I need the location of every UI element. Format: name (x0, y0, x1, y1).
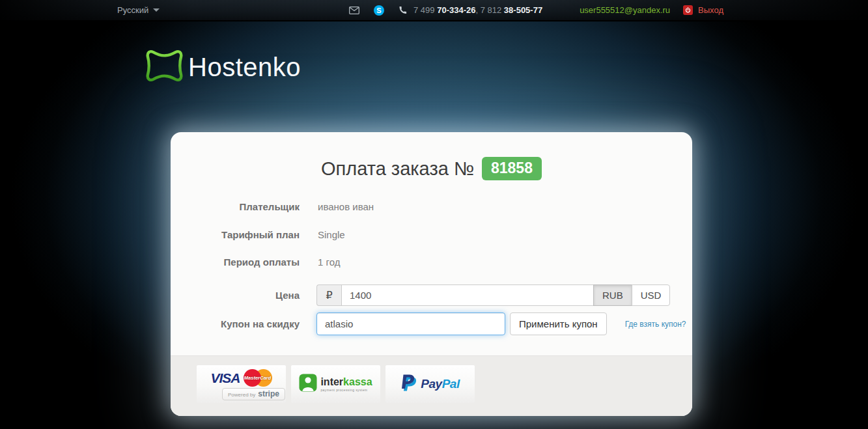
power-icon[interactable] (683, 5, 693, 15)
stripe-logo: stripe (258, 389, 279, 398)
hostenko-logo-text: Hostenko (188, 53, 301, 82)
apply-coupon-button[interactable]: Применить купон (510, 312, 607, 335)
order-title-row: Оплата заказа № 81858 (171, 156, 692, 182)
coupon-label: Купон на скидку (171, 318, 300, 329)
price-row: Цена ₽ RUB USD (171, 284, 692, 306)
paypal-wordmark: PayPal (421, 377, 459, 391)
currency-rub-button[interactable]: RUB (593, 284, 632, 306)
ruble-symbol-addon: ₽ (316, 284, 341, 306)
paypal-tile[interactable]: PayPal (385, 365, 475, 403)
hostenko-logo[interactable]: Hostenko (146, 48, 301, 86)
user-email-link[interactable]: user555512@yandex.ru (580, 5, 670, 15)
interkassa-icon (299, 374, 317, 394)
account-bar: user555512@yandex.ru Выход (580, 0, 723, 20)
stripe-badge: Powered by stripe (222, 388, 285, 400)
phone-numbers: 7 499 70-334-26, 7 812 38-505-77 (413, 5, 542, 15)
price-label: Цена (171, 290, 300, 301)
price-input-group: ₽ RUB USD (316, 284, 670, 306)
field-label: Тарифный план (171, 229, 300, 240)
field-row-payer: Плательщик иванов иван (171, 201, 692, 212)
field-row-plan: Тарифный план Single (171, 229, 692, 240)
phone-icon (399, 6, 407, 14)
field-value: 1 год (318, 256, 340, 268)
interkassa-wordmark: interkassa payment processing system (320, 377, 372, 392)
logout-link[interactable]: Выход (698, 5, 723, 15)
visa-mastercard-row: VISA MasterCard (210, 369, 272, 387)
field-value: иванов иван (318, 201, 374, 212)
visa-logo: VISA (210, 370, 240, 386)
mail-icon[interactable] (349, 7, 359, 14)
currency-usd-button[interactable]: USD (632, 284, 671, 306)
skype-icon[interactable]: S (374, 5, 384, 16)
interkassa-tagline: payment processing system (320, 389, 372, 392)
language-label: Русский (117, 5, 148, 15)
language-selector[interactable]: Русский (117, 0, 160, 20)
page-title: Оплата заказа № (321, 158, 474, 180)
topbar: Русский S 7 499 70-334-26, 7 812 38-505-… (0, 0, 868, 21)
field-value: Single (318, 229, 345, 240)
hostenko-logo-icon (146, 48, 183, 86)
page-background: Русский S 7 499 70-334-26, 7 812 38-505-… (0, 0, 868, 429)
coupon-row: Купон на скидку Применить купон Где взят… (171, 312, 692, 335)
field-label: Период оплаты (171, 256, 300, 268)
payment-methods-footer: VISA MasterCard Powered by stripe (171, 355, 692, 416)
contact-bar: S 7 499 70-334-26, 7 812 38-505-77 (349, 0, 542, 20)
payment-card: Оплата заказа № 81858 Плательщик иванов … (171, 132, 692, 416)
field-label: Плательщик (171, 201, 300, 212)
order-number-badge: 81858 (482, 157, 542, 180)
interkassa-tile[interactable]: interkassa payment processing system (291, 365, 380, 403)
mastercard-wordmark: MasterCard (244, 375, 272, 381)
price-input[interactable] (341, 284, 594, 306)
visa-mastercard-stripe-tile[interactable]: VISA MasterCard Powered by stripe (197, 365, 286, 403)
mastercard-icon: MasterCard (244, 369, 272, 387)
powered-by-label: Powered by (228, 392, 255, 398)
coupon-help-link[interactable]: Где взять купон? (625, 320, 686, 329)
paypal-icon (400, 374, 417, 395)
field-row-period: Период оплаты 1 год (171, 256, 692, 268)
chevron-down-icon (153, 8, 160, 12)
coupon-input[interactable] (316, 312, 505, 335)
